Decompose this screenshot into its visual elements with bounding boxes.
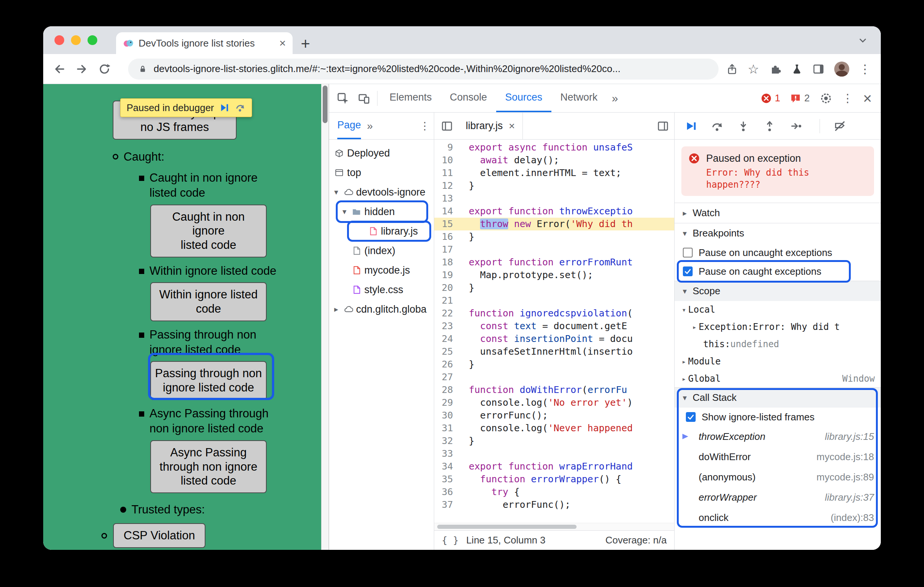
line-number[interactable]: 28 [434, 383, 459, 396]
tab-network[interactable]: Network [551, 84, 607, 112]
tree-item-top[interactable]: top [329, 163, 434, 183]
page-scrollbar[interactable] [321, 84, 329, 550]
scope-module[interactable]: ▸ Module [675, 353, 881, 370]
line-number[interactable]: 23 [434, 320, 459, 332]
breakpoints-section-header[interactable]: ▾ Breakpoints [675, 223, 881, 243]
resume-script-icon[interactable] [219, 103, 230, 113]
code-line[interactable]: 9export async function unsafeS [434, 141, 674, 154]
deactivate-breakpoints-icon[interactable] [833, 120, 846, 133]
line-number[interactable]: 24 [434, 332, 459, 345]
watch-section-header[interactable]: ▸ Watch [675, 203, 881, 223]
line-number[interactable]: 33 [434, 447, 459, 460]
call-stack-header[interactable]: ▾ Call Stack [675, 387, 881, 408]
code-line[interactable]: 24 const insertionPoint = docu [434, 332, 674, 345]
scope-local[interactable]: ▾ Local [675, 301, 881, 318]
code-line[interactable]: 25 unsafeSetInnerHtml(insertio [434, 345, 674, 358]
within-ignore-listed-button[interactable]: Within ignore listed code [150, 282, 267, 321]
caught-non-ignore-button[interactable]: Caught in non ignore listed code [150, 205, 267, 258]
tree-item-index[interactable]: (index) [329, 241, 434, 260]
reload-icon[interactable] [98, 62, 111, 76]
line-number[interactable]: 35 [434, 473, 459, 486]
device-toolbar-icon[interactable] [358, 92, 370, 105]
code-line[interactable]: 28function doWithError(errorFu [434, 383, 674, 396]
line-number[interactable]: 11 [434, 167, 459, 179]
line-number[interactable]: 32 [434, 435, 459, 447]
tab-console[interactable]: Console [441, 84, 496, 112]
stack-frame[interactable]: onclick (index):83 [675, 507, 881, 528]
bookmark-star-icon[interactable]: ☆ [748, 62, 759, 76]
tree-item-mycode-js[interactable]: mycode.js [329, 260, 434, 280]
code-line[interactable]: 10 await delay(); [434, 154, 674, 167]
pause-caught-checkbox[interactable] [683, 266, 693, 276]
tree-item-origin[interactable]: ▾ devtools-ignore [329, 183, 434, 202]
code-line[interactable]: 13 [434, 192, 674, 205]
code-line[interactable]: 18export function errorFromRunt [434, 256, 674, 269]
line-number[interactable]: 31 [434, 422, 459, 435]
close-window-button[interactable] [54, 35, 64, 45]
code-line[interactable]: 11 element.innerHTML = text; [434, 167, 674, 179]
pretty-print-icon[interactable]: { } [442, 535, 459, 546]
profile-avatar[interactable] [834, 62, 849, 77]
code-line[interactable]: 12} [434, 179, 674, 192]
tab-elements[interactable]: Elements [381, 84, 441, 112]
csp-violation-button[interactable]: CSP Violation [113, 523, 205, 548]
toggle-navigator-icon[interactable] [441, 120, 453, 132]
line-number[interactable]: 25 [434, 345, 459, 358]
async-passing-through-button[interactable]: Async Passing through non ignore listed … [150, 440, 267, 493]
code-line[interactable]: 16} [434, 230, 674, 243]
new-tab-button[interactable]: + [301, 36, 310, 52]
code-line[interactable]: 15 throw new Error('Why did th [434, 218, 674, 230]
code-line[interactable]: 20} [434, 281, 674, 294]
scope-this[interactable]: this: undefined [675, 335, 881, 353]
line-number[interactable]: 21 [434, 294, 459, 307]
line-number[interactable]: 17 [434, 243, 459, 256]
code-line[interactable]: 21 [434, 294, 674, 307]
step-into-icon[interactable] [737, 120, 750, 133]
step-over-icon[interactable] [235, 103, 246, 113]
code-line[interactable]: 34export function wrapErrorHand [434, 460, 674, 473]
line-number[interactable]: 19 [434, 269, 459, 281]
file-tab-close-icon[interactable]: × [509, 121, 515, 132]
expander-open-icon[interactable]: ▾ [332, 187, 340, 197]
line-number[interactable]: 20 [434, 281, 459, 294]
line-number[interactable]: 16 [434, 230, 459, 243]
code-line[interactable]: 30 errorFunc(); [434, 409, 674, 422]
resume-execution-icon[interactable] [684, 120, 697, 133]
line-number[interactable]: 37 [434, 498, 459, 511]
step-icon[interactable] [790, 120, 802, 133]
tab-close-icon[interactable]: × [279, 38, 286, 49]
show-ignore-listed-checkbox[interactable] [686, 412, 696, 422]
more-nav-tabs-icon[interactable]: » [367, 120, 373, 132]
tree-item-library-js[interactable]: library.js [329, 222, 434, 241]
share-icon[interactable] [726, 63, 738, 75]
step-out-icon[interactable] [763, 120, 776, 133]
address-bar[interactable]: devtools-ignore-list-stories.glitch.me/#… [128, 59, 719, 80]
issues-badge[interactable]: 2 [790, 92, 809, 104]
code-line[interactable]: 19 Map.prototype.set(); [434, 269, 674, 281]
more-panels-icon[interactable]: » [607, 84, 624, 112]
code-line[interactable]: 22function ignoredcspviolation( [434, 307, 674, 320]
code-line[interactable]: 36 try { [434, 486, 674, 498]
scrollbar-thumb[interactable] [323, 86, 328, 123]
line-number[interactable]: 10 [434, 154, 459, 167]
step-over-icon[interactable] [711, 120, 723, 133]
line-number[interactable]: 18 [434, 256, 459, 269]
browser-menu-icon[interactable]: ⋮ [859, 63, 871, 75]
navigator-menu-icon[interactable]: ⋮ [419, 120, 430, 132]
maximize-window-button[interactable] [87, 35, 97, 45]
editor-horizontal-scrollbar[interactable] [434, 523, 674, 530]
navigator-tab-page[interactable]: Page [337, 113, 361, 139]
line-number[interactable]: 29 [434, 396, 459, 409]
line-number[interactable]: 13 [434, 192, 459, 205]
tree-item-cdn[interactable]: ▸ cdn.glitch.globa [329, 299, 434, 319]
devtools-close-icon[interactable]: × [863, 91, 872, 106]
browser-tab[interactable]: DevTools ignore list stories × [116, 32, 293, 54]
devtools-menu-icon[interactable]: ⋮ [842, 92, 853, 105]
code-lines[interactable]: 9export async function unsafeS10 await d… [434, 140, 674, 523]
tab-search-chevron-icon[interactable] [858, 35, 868, 46]
expander-open-icon[interactable]: ▾ [340, 207, 348, 216]
toggle-debugger-pane-icon[interactable] [657, 120, 669, 132]
code-line[interactable]: 33 [434, 447, 674, 460]
scrollbar-thumb[interactable] [437, 525, 577, 529]
stack-frame[interactable]: errorWrapper library.js:37 [675, 487, 881, 507]
